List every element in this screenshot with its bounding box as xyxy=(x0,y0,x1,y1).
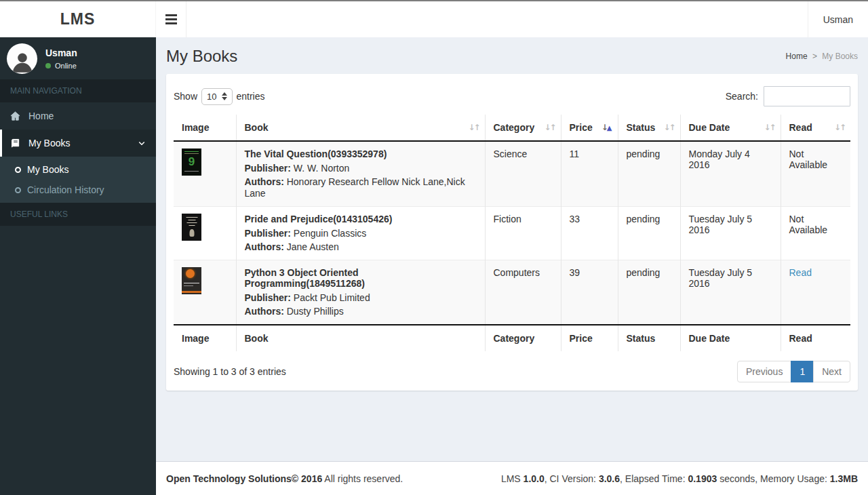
sidebar-subitem-circulation-history[interactable]: Circulation History xyxy=(0,180,156,200)
book-price: 33 xyxy=(561,207,618,260)
book-price: 39 xyxy=(561,260,618,325)
book-publisher: Penguin Classics xyxy=(294,228,366,239)
entries-label: entries xyxy=(237,91,265,102)
select-stepper-icon xyxy=(222,92,227,100)
pagination-next-button[interactable]: Next xyxy=(813,361,850,382)
book-cover-image xyxy=(182,214,201,241)
read-status: Not Available xyxy=(781,141,850,207)
column-header-book[interactable]: Book↓↑ xyxy=(236,115,485,141)
breadcrumb-current: My Books xyxy=(822,52,858,61)
sort-icon: ↓↑ xyxy=(468,123,479,132)
user-status[interactable]: Online xyxy=(45,62,77,70)
sidebar-item-label: Home xyxy=(28,111,54,121)
sort-icon: ↓↑ xyxy=(663,123,674,132)
user-menu[interactable]: Usman xyxy=(808,1,868,37)
column-header-due-date[interactable]: Due Date↓↑ xyxy=(680,115,781,141)
entries-per-page-select[interactable]: 10 xyxy=(201,88,232,105)
table-row: 9 The Vital Question(0393352978) Publish… xyxy=(174,141,850,207)
pagination: Previous 1 Next xyxy=(738,361,850,382)
read-status: Not Available xyxy=(781,207,850,260)
sidebar-item-label: My Books xyxy=(28,138,70,148)
book-status: pending xyxy=(618,260,680,325)
content-header: My Books Home > My Books xyxy=(156,37,868,74)
chevron-down-icon xyxy=(138,139,146,147)
home-icon xyxy=(10,111,24,121)
book-category: Science xyxy=(485,141,561,207)
table-controls: Show 10 entries Search: xyxy=(174,81,850,115)
breadcrumb: Home > My Books xyxy=(786,52,858,61)
page-length-control: Show 10 entries xyxy=(174,88,265,105)
sidebar-toggle-button[interactable] xyxy=(156,1,186,37)
table-header-row: Image Book↓↑ Category↓↑ Price↓▲ Status↓↑… xyxy=(174,115,850,141)
sort-icon: ↓↑ xyxy=(764,123,774,132)
breadcrumb-home-link[interactable]: Home xyxy=(786,52,808,61)
sidebar-item-home[interactable]: Home xyxy=(0,102,156,130)
sidebar-user-name: Usman xyxy=(45,47,77,58)
book-publisher: Packt Pub Limited xyxy=(294,292,370,303)
book-status: pending xyxy=(618,141,680,207)
avatar xyxy=(7,43,37,74)
book-title: Python 3 Object Oriented Programming(184… xyxy=(245,267,477,289)
copyright-text: Open Technology Solutions© 2016 All righ… xyxy=(166,473,403,484)
footer-column-due-date: Due Date xyxy=(680,325,781,351)
pagination-previous-button[interactable]: Previous xyxy=(737,361,791,382)
sidebar-item-my-books[interactable]: My Books xyxy=(0,130,156,157)
column-header-read[interactable]: Read↓↑ xyxy=(781,115,850,141)
table-row: Pride and Prejudice(0143105426) Publishe… xyxy=(174,207,850,260)
book-cover-image xyxy=(182,267,201,294)
book-price: 11 xyxy=(561,141,618,207)
books-panel: Show 10 entries Search: Image Book↓↑ Cat… xyxy=(166,74,858,391)
table-footer-row: Image Book Category Price Status Due Dat… xyxy=(174,325,850,351)
column-header-price[interactable]: Price↓▲ xyxy=(561,115,618,141)
entries-info: Showing 1 to 3 of 3 entries xyxy=(174,366,286,377)
table-bottom-bar: Showing 1 to 3 of 3 entries Previous 1 N… xyxy=(174,351,850,382)
page-title: My Books xyxy=(166,47,237,66)
book-category: Computers xyxy=(485,260,561,325)
breadcrumb-separator: > xyxy=(812,52,817,61)
footer-column-read: Read xyxy=(781,325,850,351)
my-books-submenu: My Books Circulation History xyxy=(0,157,156,203)
show-label: Show xyxy=(174,91,197,102)
book-due-date: Tuesday July 5 2016 xyxy=(680,207,781,260)
person-icon xyxy=(10,50,35,74)
footer-column-price: Price xyxy=(561,325,618,351)
sidebar-subitem-label: Circulation History xyxy=(27,184,104,195)
book-category: Fiction xyxy=(485,207,561,260)
book-authors: Dusty Phillips xyxy=(287,306,344,317)
read-link[interactable]: Read xyxy=(789,267,812,278)
circle-o-icon xyxy=(15,167,21,173)
online-label: Online xyxy=(55,62,77,70)
main-header: LMS Usman xyxy=(0,1,868,37)
book-icon xyxy=(10,138,24,148)
search-input[interactable] xyxy=(764,86,850,106)
book-due-date: Tuesday July 5 2016 xyxy=(680,260,781,325)
entries-per-page-value: 10 xyxy=(207,92,216,102)
content-wrapper: My Books Home > My Books Show 10 entries… xyxy=(156,37,868,461)
footer-column-book: Book xyxy=(236,325,485,351)
sidebar-subitem-my-books[interactable]: My Books xyxy=(0,159,156,180)
sidebar: Usman Online MAIN NAVIGATION Home My Boo… xyxy=(0,37,156,495)
footer-column-image: Image xyxy=(174,325,236,351)
book-authors: Jane Austen xyxy=(287,241,339,252)
sidebar-section-useful-links: USEFUL LINKS xyxy=(0,203,156,226)
circle-o-icon xyxy=(15,187,21,193)
book-cover-image: 9 xyxy=(182,148,201,176)
hamburger-icon xyxy=(165,14,177,16)
table-row: Python 3 Object Oriented Programming(184… xyxy=(174,260,850,325)
app-logo[interactable]: LMS xyxy=(0,1,156,37)
sidebar-section-main-navigation: MAIN NAVIGATION xyxy=(0,79,156,102)
pagination-page-1-button[interactable]: 1 xyxy=(791,361,814,382)
column-header-category[interactable]: Category↓↑ xyxy=(485,115,561,141)
search-label: Search: xyxy=(726,91,758,102)
footer-column-category: Category xyxy=(485,325,561,351)
column-header-image: Image xyxy=(174,115,236,141)
book-status: pending xyxy=(618,207,680,260)
books-table: Image Book↓↑ Category↓↑ Price↓▲ Status↓↑… xyxy=(174,115,850,351)
column-header-status[interactable]: Status↓↑ xyxy=(618,115,680,141)
version-info: LMS 1.0.0, CI Version: 3.0.6, Elapsed Ti… xyxy=(501,473,858,484)
user-menu-label: Usman xyxy=(823,14,853,25)
sidebar-subitem-label: My Books xyxy=(27,164,68,175)
sort-icon: ↓↑ xyxy=(544,123,555,132)
online-dot-icon xyxy=(45,63,51,68)
sort-asc-icon: ↓▲ xyxy=(601,123,612,132)
